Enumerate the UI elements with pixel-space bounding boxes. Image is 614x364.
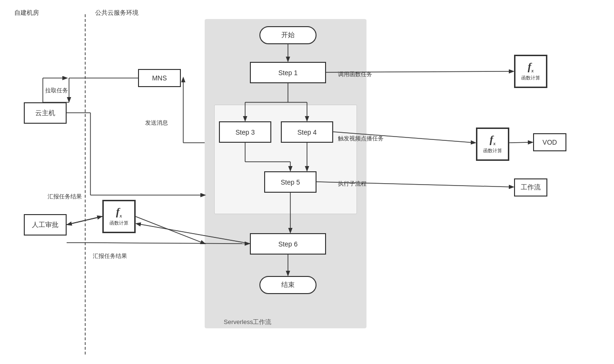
step6-node: Step 6 [250, 233, 326, 255]
func-calc-3-node: fx 函数计算 [102, 200, 136, 233]
func-calc-2-node: fx 函数计算 [476, 128, 509, 161]
mns-node: MNS [138, 69, 181, 87]
region-self-hosted: 自建机房 [14, 9, 39, 17]
exec-subprocess-label: 执行子流程 [338, 180, 366, 188]
step5-node: Step 5 [264, 171, 317, 193]
report-result-2-label: 汇报任务结果 [93, 252, 127, 260]
report-result-1-label: 汇报任务结果 [48, 193, 82, 201]
send-message-label: 发送消息 [145, 119, 168, 127]
serverless-workflow-label: Serverless工作流 [224, 318, 271, 326]
vod-node: VOD [533, 133, 566, 151]
human-review-node: 人工审批 [24, 214, 67, 236]
svg-line-14 [509, 142, 532, 143]
func-icon-3: fx [116, 207, 122, 218]
step1-node: Step 1 [250, 62, 326, 83]
end-node: 结束 [259, 276, 317, 294]
start-node: 开始 [259, 26, 317, 44]
svg-line-27 [136, 216, 205, 244]
func-icon-2: fx [490, 134, 495, 146]
workflow-node: 工作流 [514, 178, 547, 197]
func-calc-1-node: fx 函数计算 [514, 55, 547, 88]
func-icon-1: fx [528, 61, 534, 73]
region-divider [85, 14, 86, 354]
svg-line-26 [67, 216, 101, 225]
cloud-host-node: 云主机 [24, 102, 67, 124]
pull-task-label: 拉取任务 [45, 87, 68, 95]
step3-node: Step 3 [219, 121, 271, 143]
region-public-cloud: 公共云服务环境 [95, 9, 139, 17]
trigger-vod-label: 触发视频点播任务 [338, 135, 384, 143]
invoke-func-label: 调用函数任务 [338, 70, 372, 79]
step4-node: Step 4 [281, 121, 333, 143]
diagram-container: 自建机房 公共云服务环境 开始 Step 1 Step 3 Step 4 Ste… [0, 0, 614, 364]
